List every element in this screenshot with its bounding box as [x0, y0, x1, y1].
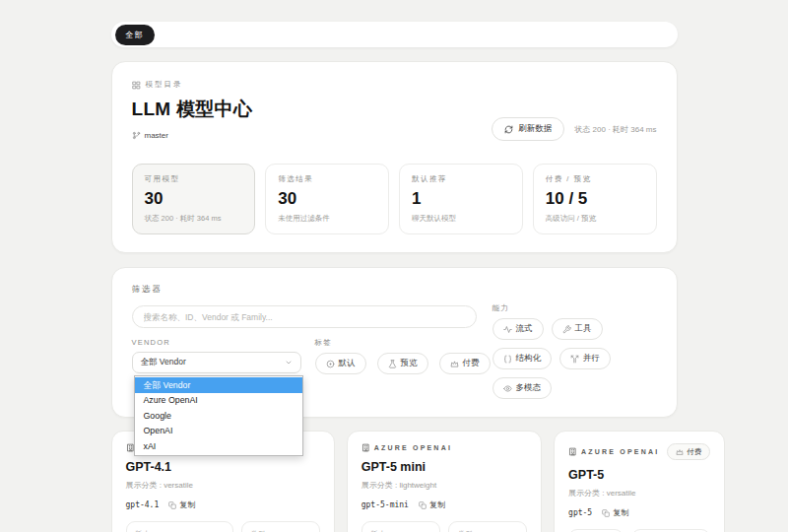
- capability-tools-pill[interactable]: 工具: [552, 318, 603, 340]
- capabilities-group: 能力 流式 工具: [492, 303, 657, 399]
- refresh-icon: [504, 125, 513, 134]
- stat-default-recommended: 默认推荐 1 聊天默认模型: [399, 164, 523, 234]
- search-input[interactable]: [132, 305, 477, 328]
- building-icon: [568, 447, 577, 456]
- vendor-select[interactable]: 全部 Vendor: [132, 352, 301, 373]
- refresh-button[interactable]: 刷新数据: [492, 117, 564, 141]
- git-branch-icon: [132, 131, 141, 140]
- capability-parallel-pill[interactable]: 并行: [559, 348, 611, 369]
- field-type: 类型 chat: [448, 521, 527, 532]
- stat-value: 10 / 5: [546, 189, 644, 209]
- vendor-row: AZURE OPENAI: [361, 443, 452, 452]
- capability-label: 工具: [575, 323, 592, 335]
- model-card-gpt-5-mini[interactable]: AZURE OPENAI GPT-5 mini 展示分类 : lightweig…: [347, 431, 542, 532]
- tag-default-pill[interactable]: 默认: [315, 353, 366, 374]
- stat-label: 筛选结果: [278, 174, 376, 184]
- copy-icon: [602, 509, 610, 517]
- stat-sub: 高级访问 / 预览: [546, 214, 644, 224]
- catalog-grid-icon: [132, 81, 141, 90]
- tag-paid-pill[interactable]: 付费: [439, 353, 491, 374]
- stat-label: 默认推荐: [412, 174, 510, 184]
- status-text: 状态 200 · 耗时 364 ms: [574, 124, 656, 135]
- capability-label: 结构化: [516, 353, 542, 365]
- flask-icon: [388, 360, 397, 368]
- tags-group: 标签 默认: [315, 338, 491, 374]
- vendor-select-value: 全部 Vendor: [141, 357, 186, 368]
- copy-button[interactable]: 复制: [168, 499, 195, 510]
- capability-label: 流式: [516, 323, 533, 335]
- model-name: GPT-5: [568, 468, 710, 482]
- catalog-eyebrow-label: 模型目录: [146, 80, 183, 90]
- field-version: 版本 gpt-4.1-2025-...: [126, 521, 233, 532]
- stat-filtered-results: 筛选结果 30 未使用过滤条件: [265, 164, 389, 234]
- capability-multimodal-pill[interactable]: 多模态: [492, 377, 553, 399]
- stat-sub: 未使用过滤条件: [278, 214, 376, 224]
- field-version: 版本 gpt-5-mini: [361, 521, 440, 532]
- stats-row: 可用模型 30 状态 200 · 耗时 364 ms 筛选结果 30 未使用过滤…: [132, 164, 657, 234]
- copy-button[interactable]: 复制: [419, 499, 445, 510]
- top-filter-bar: 全部: [111, 22, 678, 47]
- stat-paid-preview: 付费 / 预览 10 / 5 高级访问 / 预览: [533, 164, 657, 234]
- vendor-name: AZURE OPENAI: [581, 448, 659, 455]
- copy-label: 复制: [613, 507, 628, 518]
- activity-wave-icon: [503, 325, 512, 334]
- eye-icon: [503, 384, 512, 393]
- stat-value: 30: [145, 189, 243, 209]
- tag-label: 预览: [401, 358, 418, 369]
- model-id: gpt-4.1: [126, 500, 160, 509]
- tag-label: 默认: [339, 358, 356, 369]
- model-id: gpt-5: [568, 508, 592, 517]
- filters-panel: 筛选器 VENDOR 全部 Vendor: [111, 267, 678, 418]
- vendor-row: AZURE OPENAI: [568, 447, 659, 456]
- copy-button[interactable]: 复制: [602, 507, 628, 518]
- copy-icon: [419, 501, 427, 509]
- filter-all-chip[interactable]: 全部: [115, 25, 155, 45]
- model-hub-header: 模型目录 LLM 模型中心 master 刷新数据 状态 200 · 耗时 36…: [111, 61, 678, 253]
- field-type: 类型 chat: [241, 521, 320, 532]
- paid-badge: 付费: [667, 443, 710, 460]
- circle-dot-icon: [326, 360, 335, 368]
- header-controls: 刷新数据 状态 200 · 耗时 364 ms: [492, 117, 656, 141]
- vendor-dropdown-menu: 全部 Vendor Azure OpenAI Google OpenAI xAI: [134, 375, 303, 456]
- stat-label: 付费 / 预览: [546, 174, 644, 184]
- vendor-option[interactable]: OpenAI: [135, 424, 302, 439]
- page: 全部 模型目录 LLM 模型中心 master 刷新数据 状态 200 · 耗时…: [111, 0, 678, 532]
- wrench-icon: [562, 325, 571, 334]
- filters-title: 筛选器: [132, 284, 657, 296]
- copy-label: 复制: [179, 499, 195, 510]
- vendor-option-selected[interactable]: 全部 Vendor: [135, 377, 302, 393]
- tags-label: 标签: [315, 338, 491, 348]
- capability-streaming-pill[interactable]: 流式: [492, 318, 544, 340]
- vendor-option[interactable]: Azure OpenAI: [135, 393, 302, 409]
- vendor-name: AZURE OPENAI: [374, 444, 452, 451]
- tag-label: 付费: [463, 358, 480, 369]
- stat-sub: 状态 200 · 耗时 364 ms: [145, 214, 243, 224]
- stat-value: 1: [412, 189, 510, 209]
- split-icon: [570, 355, 579, 364]
- copy-label: 复制: [429, 499, 445, 510]
- vendor-label: VENDOR: [132, 338, 301, 347]
- refresh-label: 刷新数据: [518, 123, 552, 135]
- model-id: gpt-5-mini: [361, 500, 409, 509]
- crown-icon: [676, 448, 684, 456]
- building-icon: [361, 443, 370, 452]
- model-category: 展示分类 : lightweight: [361, 480, 527, 491]
- model-card-gpt-5[interactable]: AZURE OPENAI 付费 GPT-5 展示分类 : versatile g…: [554, 431, 725, 532]
- vendor-option[interactable]: Google: [135, 408, 302, 424]
- chevron-down-icon: [285, 359, 293, 366]
- braces-icon: [503, 355, 512, 364]
- capability-structured-pill[interactable]: 结构化: [492, 348, 553, 369]
- catalog-eyebrow: 模型目录: [132, 80, 657, 90]
- capabilities-label: 能力: [492, 303, 657, 313]
- model-category: 展示分类 : versatile: [568, 488, 710, 499]
- model-category: 展示分类 : versatile: [126, 480, 320, 491]
- copy-icon: [168, 501, 176, 509]
- model-name: GPT-4.1: [126, 460, 320, 474]
- stat-sub: 聊天默认模型: [412, 214, 510, 224]
- vendor-option[interactable]: xAI: [135, 438, 302, 454]
- branch-name: master: [145, 131, 168, 140]
- model-name: GPT-5 mini: [361, 460, 527, 474]
- stat-label: 可用模型: [145, 174, 243, 184]
- crown-icon: [450, 360, 459, 368]
- tag-preview-pill[interactable]: 预览: [377, 353, 428, 374]
